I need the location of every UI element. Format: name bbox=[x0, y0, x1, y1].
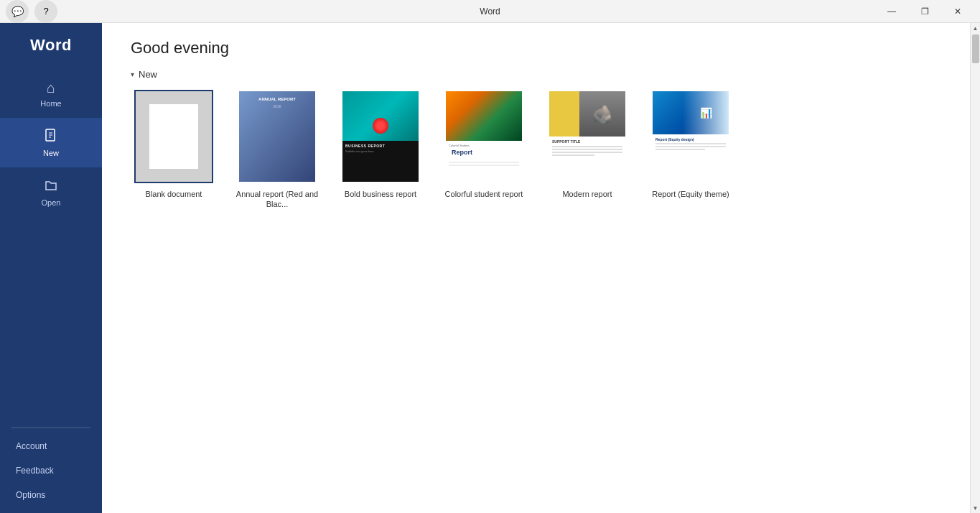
template-label-colorful: Colorful student report bbox=[445, 189, 523, 199]
sidebar-nav: ⌂ Home New bbox=[0, 68, 102, 422]
template-label-annual: Annual report (Red and Blac... bbox=[234, 189, 320, 210]
title-bar: 💬 ? Word — ❐ ✕ bbox=[0, 0, 980, 23]
templates-grid: Blank document ANNUAL REPORT 2016 Annual… bbox=[131, 90, 941, 221]
close-button[interactable]: ✕ bbox=[941, 0, 974, 23]
new-icon bbox=[44, 128, 58, 144]
template-label-equity: Report (Equity theme) bbox=[652, 189, 729, 199]
template-annual[interactable]: ANNUAL REPORT 2016 Annual Report Annual bbox=[234, 90, 320, 210]
new-section: ▾ New Blank document bbox=[102, 65, 970, 221]
template-colorful[interactable]: Colorful Student Report Colorful student… bbox=[441, 90, 527, 210]
cover-bold-top bbox=[342, 91, 419, 141]
collaborate-icon[interactable]: 💬 bbox=[6, 0, 29, 23]
template-bold[interactable]: BUSINESS REPORT Subtitle text goes here … bbox=[337, 90, 424, 210]
sidebar-item-home[interactable]: ⌂ Home bbox=[0, 70, 102, 118]
cover-modern-left bbox=[549, 91, 579, 137]
cover-equity-body: Report (Equity design) bbox=[653, 134, 729, 154]
sidebar-label-open: Open bbox=[42, 198, 61, 207]
template-thumb-modern: 🪨 SUPPORT TITLE bbox=[548, 90, 627, 183]
template-thumb-annual: ANNUAL REPORT 2016 Annual Report bbox=[238, 90, 317, 183]
help-icon[interactable]: ? bbox=[34, 0, 57, 23]
open-icon bbox=[44, 177, 58, 194]
template-blank[interactable]: Blank document bbox=[131, 90, 217, 210]
app-body: Word ⌂ Home New bbox=[0, 23, 980, 513]
greeting: Good evening bbox=[102, 23, 970, 65]
cover-equity-top: 📊 bbox=[653, 91, 729, 134]
sidebar-logo: Word bbox=[0, 23, 102, 68]
sidebar-bottom: Account Feedback Options bbox=[0, 434, 102, 513]
cover-equity-image: 📊 bbox=[683, 91, 729, 134]
sidebar-item-open[interactable]: Open bbox=[0, 167, 102, 217]
window-controls: — ❐ ✕ bbox=[875, 0, 974, 23]
template-label-blank: Blank document bbox=[146, 189, 202, 199]
maximize-button[interactable]: ❐ bbox=[908, 0, 941, 23]
template-thumb-equity: 📊 Report (Equity design) bbox=[651, 90, 730, 183]
scroll-down-arrow[interactable]: ▼ bbox=[971, 503, 980, 513]
new-section-label: New bbox=[139, 69, 157, 80]
cover-modern-top: 🪨 bbox=[549, 91, 625, 137]
cover-equity-lines bbox=[655, 143, 726, 150]
cover-modern-right: 🪨 bbox=[579, 91, 625, 137]
minimize-button[interactable]: — bbox=[875, 0, 908, 23]
stones-icon: 🪨 bbox=[592, 104, 613, 124]
cover-modern-body: SUPPORT TITLE bbox=[549, 137, 625, 160]
sidebar-item-options[interactable]: Options bbox=[0, 483, 102, 507]
sidebar-label-new: New bbox=[43, 149, 59, 157]
new-section-header[interactable]: ▾ New bbox=[131, 69, 941, 80]
sidebar: Word ⌂ Home New bbox=[0, 23, 102, 513]
cover-bold-sub: Subtitle text goes here bbox=[342, 149, 419, 153]
template-label-modern: Modern report bbox=[562, 189, 612, 199]
cover-annual: ANNUAL REPORT 2016 Annual Report bbox=[239, 91, 315, 182]
cover-colorful-title: Report bbox=[449, 147, 519, 157]
cover-bold-circle bbox=[373, 118, 388, 134]
cover-colorful: Colorful Student Report bbox=[446, 91, 522, 182]
cover-annual-image: ANNUAL REPORT 2016 bbox=[239, 91, 315, 146]
sidebar-divider bbox=[11, 428, 90, 428]
sidebar-label-home: Home bbox=[40, 99, 61, 108]
template-thumb-colorful: Colorful Student Report bbox=[444, 90, 523, 183]
template-thumb-blank bbox=[134, 90, 213, 183]
app-title: Word bbox=[480, 6, 500, 17]
home-icon: ⌂ bbox=[47, 80, 55, 95]
scrollbar[interactable]: ▲ ▼ bbox=[970, 23, 980, 513]
title-bar-left: 💬 ? bbox=[6, 0, 57, 23]
template-modern[interactable]: 🪨 SUPPORT TITLE bbox=[544, 90, 630, 210]
template-thumb-bold: BUSINESS REPORT Subtitle text goes here bbox=[341, 90, 420, 183]
template-label-bold: Bold business report bbox=[345, 189, 416, 199]
cover-equity: 📊 Report (Equity design) bbox=[653, 91, 729, 182]
template-equity[interactable]: 📊 Report (Equity design) bbox=[648, 90, 734, 210]
chevron-down-icon: ▾ bbox=[131, 70, 134, 78]
cover-equity-title: Report (Equity design) bbox=[655, 137, 726, 142]
scroll-up-arrow[interactable]: ▲ bbox=[971, 23, 980, 33]
cover-modern: 🪨 SUPPORT TITLE bbox=[549, 91, 625, 182]
cover-colorful-header: Colorful Student Report bbox=[446, 141, 522, 160]
scrollbar-thumb[interactable] bbox=[972, 34, 979, 63]
sidebar-item-account[interactable]: Account bbox=[0, 434, 102, 458]
main-content: Good evening ▾ New Blank document bbox=[102, 23, 970, 513]
cover-modern-lines bbox=[552, 146, 622, 156]
cover-colorful-top bbox=[446, 91, 522, 141]
sidebar-item-new[interactable]: New bbox=[0, 118, 102, 167]
cover-bold: BUSINESS REPORT Subtitle text goes here bbox=[342, 91, 419, 182]
sidebar-item-feedback[interactable]: Feedback bbox=[0, 458, 102, 483]
blank-inner bbox=[149, 104, 198, 169]
cover-bold-text: BUSINESS REPORT bbox=[342, 141, 419, 149]
